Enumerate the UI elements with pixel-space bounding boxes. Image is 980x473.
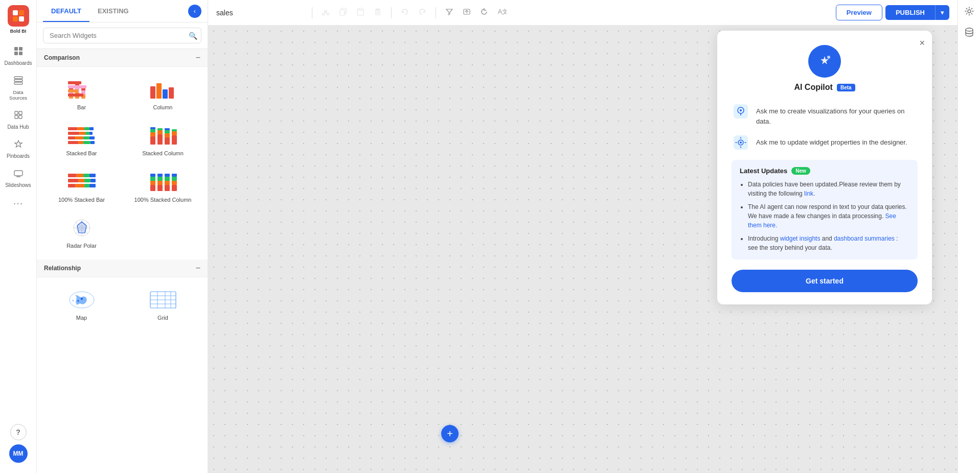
svg-rect-0 [14,47,18,51]
get-started-button[interactable]: Get started [732,270,918,292]
publish-dropdown-button[interactable]: ▾ [935,5,949,20]
stacked-column-label: Stacked Column [142,150,184,157]
tab-existing[interactable]: EXISTING [89,0,137,22]
updates-list: Data policies have been updated.Please r… [740,180,909,252]
update-1-link[interactable]: link [804,190,813,197]
widget-item-bar[interactable]: Bar [43,73,120,115]
widget-item-100-stacked-column[interactable]: 100% Stacked Column [124,165,201,207]
toolbar-separator-3 [436,7,436,18]
undo-button[interactable] [398,6,412,20]
ai-copilot-panel: × AI Copilot Beta Ask me [717,31,932,304]
widget-item-radar-polar[interactable]: Radar Polar [43,211,120,253]
svg-rect-49 [150,132,155,136]
dashboard-title-input[interactable] [216,9,306,17]
svg-rect-38 [85,132,89,135]
search-icon: 🔍 [189,32,197,40]
svg-rect-42 [83,136,89,139]
svg-rect-71 [75,184,84,187]
widget-item-100-stacked-bar[interactable]: 100% Stacked Bar [43,165,120,207]
svg-rect-85 [165,174,170,177]
database-icon[interactable] [964,27,974,40]
copy-button[interactable] [336,6,350,20]
widget-item-map[interactable]: Map [43,283,120,325]
svg-rect-113 [359,8,362,10]
logo-label: Bold BI [10,29,27,34]
svg-rect-55 [165,137,170,145]
widget-item-grid[interactable]: Grid [124,283,201,325]
ai-avatar [808,45,841,78]
bar-label: Bar [77,104,86,111]
updates-title: Latest Updates [740,167,787,175]
sidebar-item-more[interactable]: ··· [2,193,35,213]
widget-insights-link[interactable]: widget insights [780,235,821,242]
svg-rect-41 [75,136,83,139]
sidebar-item-pinboards[interactable]: Pinboards [2,135,35,163]
map-label: Map [76,314,87,321]
svg-point-123 [740,109,742,111]
search-input[interactable] [43,28,201,43]
paste-button[interactable] [353,6,368,20]
svg-rect-73 [89,184,96,187]
preview-button[interactable]: Preview [836,5,882,20]
help-button[interactable]: ? [10,424,27,440]
svg-rect-6 [14,82,22,84]
tab-default[interactable]: DEFAULT [43,0,89,22]
right-sidebar [958,0,980,473]
svg-rect-31 [169,87,174,99]
grid-label: Grid [157,314,168,321]
ai-feature-1-text: Ask me to create visualizations for your… [756,102,918,126]
relationship-toggle[interactable]: − [196,264,200,273]
delete-button[interactable] [371,6,385,20]
stacked-bar-icon [66,124,97,147]
filter-button[interactable] [442,6,457,20]
refresh-button[interactable] [477,6,491,20]
100-stacked-column-icon [148,171,178,193]
add-widget-button[interactable]: + [441,425,459,442]
svg-rect-80 [157,177,163,181]
svg-rect-70 [68,184,75,187]
sidebar-item-slideshows[interactable]: Slideshows [2,164,35,192]
publish-wrap: PUBLISH ▾ [885,5,949,20]
comparison-toggle[interactable]: − [196,53,200,62]
widget-item-stacked-column[interactable]: Stacked Column [124,119,201,161]
update-2-text: The AI agent can now respond in text to … [748,203,907,220]
radar-polar-label: Radar Polar [66,242,97,249]
dashboard-summaries-link[interactable]: dashboard summaries [834,235,895,242]
svg-point-129 [966,28,973,31]
svg-point-100 [77,300,79,302]
svg-rect-111 [340,10,345,15]
datahub-icon [13,110,24,123]
svg-rect-89 [172,174,177,177]
svg-rect-76 [150,177,155,181]
ai-properties-icon [732,133,750,152]
panel-collapse-button[interactable]: ‹ [188,5,201,18]
100-stacked-column-label: 100% Stacked Column [134,196,192,203]
svg-rect-54 [157,128,163,130]
ai-feature-1: Ask me to create visualizations for your… [732,102,918,126]
redo-button[interactable] [415,6,429,20]
sidebar-item-datahub[interactable]: Data Hub [2,106,35,134]
svg-rect-67 [78,179,84,182]
svg-rect-3 [19,52,22,55]
svg-rect-46 [83,141,90,144]
cut-button[interactable] [318,6,333,20]
svg-rect-68 [84,179,90,182]
svg-rect-2 [14,52,18,55]
ai-panel-close-button[interactable]: × [919,38,925,49]
widget-item-stacked-bar[interactable]: Stacked Bar [43,119,120,161]
manage-button[interactable] [460,6,474,20]
column-label: Column [153,104,173,111]
user-avatar[interactable]: MM [9,444,28,463]
settings-icon[interactable] [964,6,974,19]
svg-marker-97 [77,222,86,233]
logo-button[interactable] [8,5,29,27]
translate-button[interactable]: A文 [494,6,510,20]
svg-rect-1 [19,47,22,51]
section-header-comparison: Comparison − [37,49,208,67]
svg-point-109 [327,13,329,15]
widget-item-column[interactable]: Column [124,73,201,115]
sidebar-item-dashboards[interactable]: Dashboards [2,42,35,70]
datahub-label: Data Hub [7,124,29,130]
sidebar-item-datasources[interactable]: Data Sources [2,71,35,105]
publish-button[interactable]: PUBLISH [885,5,935,20]
